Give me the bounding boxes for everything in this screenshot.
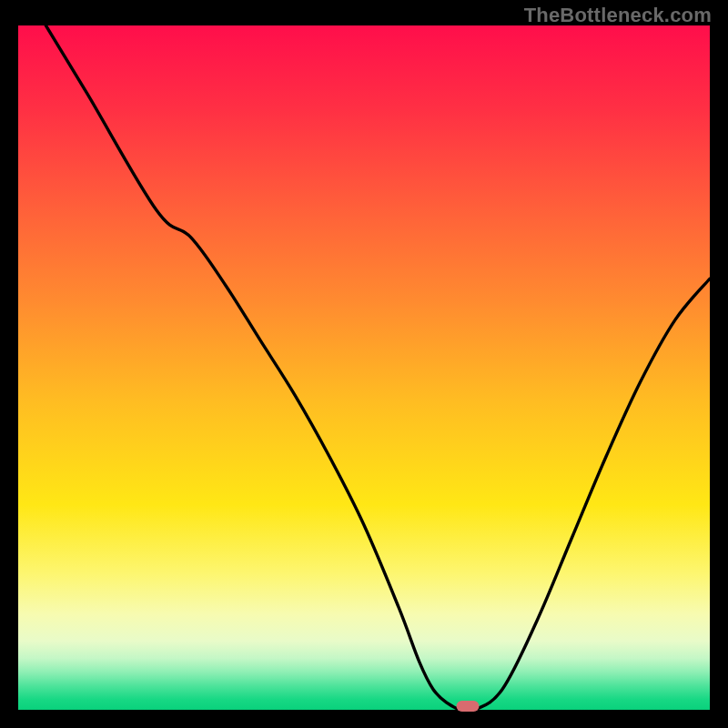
chart-container: TheBottleneck.com [0, 0, 728, 728]
watermark-text: TheBottleneck.com [524, 4, 712, 27]
gradient-background [18, 25, 710, 710]
plot-area [18, 25, 710, 710]
plot-svg [18, 25, 710, 710]
optimal-point-marker [457, 701, 480, 712]
